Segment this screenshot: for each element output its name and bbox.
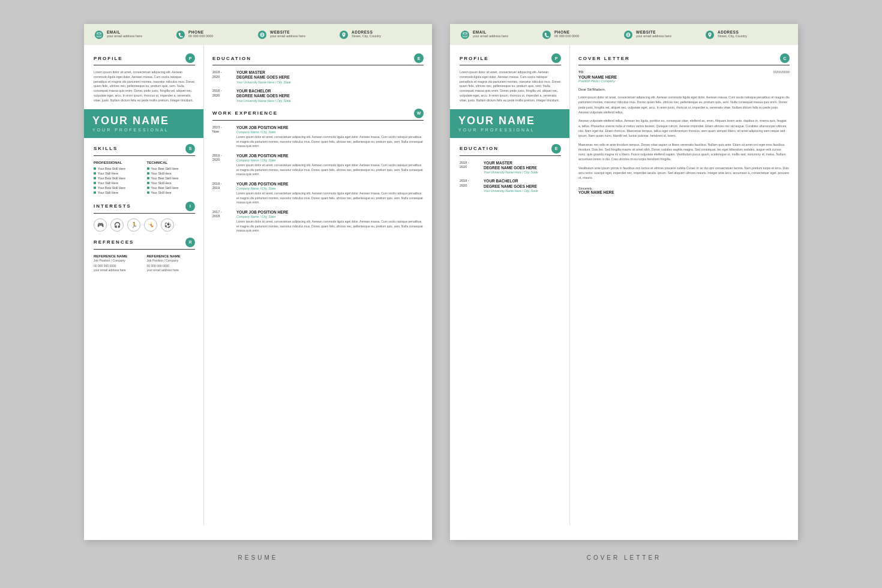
edu-bachelor-school: Your University Name Here / City, State (236, 99, 291, 103)
profile-section: PROFILE P Lorem ipsum dolor sit amet, co… (94, 53, 195, 103)
skill-item: Your Best Skill Here (94, 176, 142, 180)
skill-bullet (147, 191, 149, 194)
cl-edu-master-title: YOUR MASTER (484, 161, 538, 166)
edu-master-school: Your University Name Here / City, State (236, 80, 291, 84)
skill-label: Your Best Skill Here (98, 186, 125, 190)
skills-title: SKILLS (94, 146, 185, 151)
work-title: WORK EXPERIENCE (212, 110, 414, 116)
refs-grid: REFERENCE NAME Job Position / Company 00… (94, 254, 195, 273)
edu-bachelor-title: YOUR BACHELOR (236, 89, 291, 94)
cl-para-4: Vestibulum ante ipsum primis in faucibus… (578, 166, 790, 181)
skill-label: Your Skill Here (98, 172, 118, 175)
cl-website-label: Website (636, 30, 671, 34)
cl-phone-contact: Phone 00 000 000 0000 (542, 30, 624, 39)
email-icon (95, 31, 103, 39)
skill-bullet (147, 182, 149, 184)
cl-email-value: your email address here (473, 34, 508, 38)
interest-sport-icon: 🤸 (144, 218, 157, 232)
work-entry-4: 2017 -2018 YOUR JOB POSITION HERE Compan… (212, 210, 424, 233)
cl-email-label: Email (473, 30, 508, 34)
references-section: REFRENCES R REFERENCE NAME Job Position … (94, 238, 195, 273)
cl-date: 00/00/0000 (773, 70, 790, 74)
skills-badge: S (185, 144, 195, 154)
technical-skills-title: TECHNICAL (147, 161, 196, 164)
interest-music-icon: 🎧 (110, 218, 124, 232)
skill-item: Your Skill Here (94, 191, 142, 194)
skill-bullet (94, 187, 96, 189)
skill-item: Your Best Skill Here (147, 167, 196, 170)
cl-edu-bachelor-title: YOUR BACHELOR (484, 179, 538, 184)
cover-letter-document: Email your email address here Phone 00 0… (450, 24, 798, 540)
cl-email-icon (461, 31, 469, 39)
work-badge: W (414, 109, 424, 118)
skills-header: SKILLS S (94, 144, 195, 156)
phone-icon (176, 31, 185, 39)
skill-label: Your Best Skill Here (151, 176, 179, 180)
edu-content-1: YOUR MASTER DEGREE NAME GOES HERE Your U… (236, 70, 291, 84)
email-contact: Email your email address here (95, 30, 176, 39)
skill-item: Your Best Skill Here (147, 176, 196, 180)
skill-item: Your Skill Here (147, 172, 196, 175)
ref-contact: 00 000 000 0000your email address here (147, 264, 196, 273)
work-experience-section: WORK EXPERIENCE W 2023 -Now YOUR JOB POS… (212, 109, 424, 233)
cl-email-contact: Email your email address here (461, 30, 542, 39)
edu-entry-1: 2018 -2020 YOUR MASTER DEGREE NAME GOES … (212, 70, 424, 84)
ref-contact: 00 000 000 0000your email address here (94, 264, 142, 273)
cl-edu-date-1: 2018 -2020 (460, 161, 479, 175)
work-body-3: Lorem ipsum dolor sit amet, consectetuer… (236, 191, 424, 205)
work-content-1: YOUR JOB POSITION HERE Company Name / Ci… (236, 125, 424, 149)
professional-skills-col: PROFESSIONAL Your Best Skill Here Your S… (94, 161, 142, 196)
cover-letter-label: COVER LETTER (450, 554, 798, 561)
work-body-2: Lorem ipsum dolor sit amet, consectetuer… (236, 163, 424, 177)
references-header: REFRENCES R (94, 238, 195, 250)
references-title: REFRENCES (94, 239, 185, 245)
cl-para-2: Aenean vulputate eleifend tellus. Aenean… (578, 118, 790, 138)
ref-item-1: REFERENCE NAME Job Position / Company 00… (94, 254, 142, 273)
interests-icons: 🎮 🎧 🏃 🤸 ⚽ (94, 218, 195, 232)
edu-date-2: 2018 -2020 (212, 89, 232, 103)
cl-para-3: Maecenas nec odio et ante tincidunt temp… (578, 142, 790, 162)
skill-label: Your Best Skill Here (98, 176, 125, 180)
cl-edu-content-1: YOUR MASTER DEGREE NAME GOES HERE Your U… (484, 161, 538, 175)
cl-name-box: YOUR NAME YOUR PROFESSIONAL (450, 109, 569, 138)
cl-recipient-name: YOUR NAME HERE (578, 75, 617, 79)
cl-right-col: COVER LETTER C TO YOUR NAME HERE Positio… (570, 45, 798, 525)
cl-education-title: EDUCATION (460, 146, 551, 151)
cl-phone-label: Phone (554, 30, 579, 34)
cl-left-col: PROFILE P Lorem ipsum dolor sit amet, co… (450, 45, 570, 525)
edu-master-title: YOUR MASTER (236, 70, 291, 75)
profile-header: PROFILE P (94, 53, 195, 65)
references-badge: R (185, 238, 195, 247)
ref-name: REFERENCE NAME (94, 254, 142, 258)
address-value: Street, City, Country (352, 34, 381, 38)
cl-profile-title: PROFILE (460, 56, 551, 61)
interest-soccer-icon: ⚽ (161, 218, 174, 232)
technical-skills-col: TECHNICAL Your Best Skill Here Your Skil… (147, 161, 196, 196)
work-job-4: YOUR JOB POSITION HERE (236, 210, 424, 215)
skill-label: Your Skill Here (98, 191, 118, 194)
interest-running-icon: 🏃 (127, 218, 140, 232)
edu-master-degree: DEGREE NAME GOES HERE (236, 75, 291, 80)
skill-bullet (147, 177, 149, 179)
resume-body: PROFILE P Lorem ipsum dolor sit amet, co… (84, 45, 432, 525)
work-company-3: Company Name / City, State (236, 187, 424, 190)
skill-item: Your Skill Here (147, 191, 196, 194)
cl-phone-value: 00 000 000 0000 (554, 34, 579, 38)
edu-bachelor-degree: DEGREE NAME GOES HERE (236, 94, 291, 98)
cl-profile-text: Lorem ipsum dolor sit amet, consectetuer… (460, 70, 561, 103)
work-entry-2: 2019 -2020 YOUR JOB POSITION HERE Compan… (212, 154, 424, 177)
skill-item: Your Best Skill Here (147, 186, 196, 190)
interest-gaming-icon: 🎮 (94, 218, 107, 232)
work-date-3: 2018 -2019 (212, 182, 232, 205)
skill-item: Your Skill Here (94, 181, 142, 185)
work-header: WORK EXPERIENCE W (212, 109, 424, 121)
cl-your-name: YOUR NAME (458, 115, 561, 126)
skill-bullet (94, 167, 96, 170)
resume-right-col: EDUCATION E 2018 -2020 YOUR MASTER DEGRE… (204, 45, 432, 525)
documents-row: Email your email address here Phone 00 0… (27, 24, 855, 540)
website-label: Website (270, 30, 305, 34)
profile-text: Lorem ipsum dolor sit amet, consectetuer… (94, 70, 195, 103)
skill-item: Your Best Skill Here (94, 167, 142, 170)
skill-bullet (147, 172, 149, 175)
education-title: EDUCATION (212, 56, 414, 61)
